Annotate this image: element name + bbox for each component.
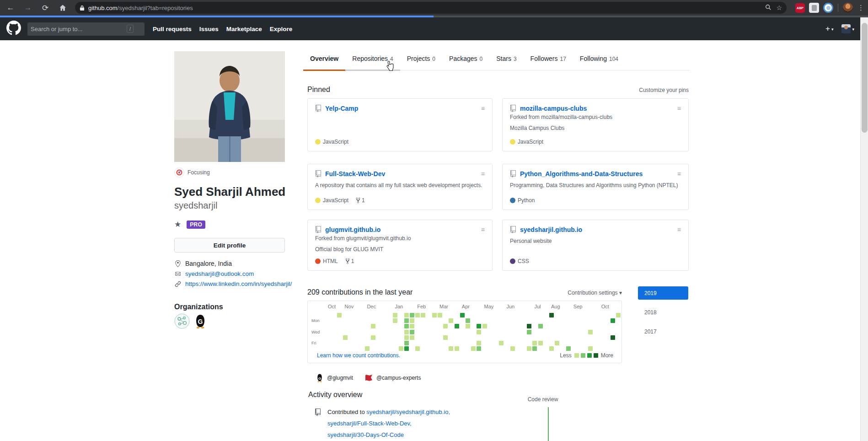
contribution-settings-dropdown[interactable]: Contribution settings ▾	[568, 290, 622, 296]
day-label-mon: Mon	[311, 318, 320, 323]
contribution-cell	[527, 346, 531, 351]
adblock-extension-icon[interactable]: ABP	[795, 3, 805, 13]
reload-button[interactable]: ⟳	[38, 1, 52, 15]
repo-icon	[510, 170, 516, 177]
profile-photo[interactable]	[174, 51, 285, 162]
mention-glugmvit[interactable]: G@glugmvit	[316, 373, 353, 382]
tab-label: Followers	[530, 55, 558, 62]
tab-followers[interactable]: Followers17	[524, 49, 573, 70]
drag-grabber-icon[interactable]: ≡	[481, 172, 485, 176]
github-header-right: + ▾ ▾	[825, 24, 854, 33]
bookmark-star-icon[interactable]: ☆	[776, 4, 782, 11]
forward-button[interactable]: →	[21, 1, 35, 15]
tab-overview[interactable]: Overview	[303, 49, 345, 70]
profile-detail-text[interactable]: syedsharjil@outlook.com	[185, 270, 254, 277]
legend-square	[574, 353, 579, 358]
repo-link[interactable]: syedsharjil.github.io	[520, 226, 582, 233]
tab-projects[interactable]: Projects0	[400, 49, 442, 70]
link-icon	[174, 281, 182, 287]
page-scrollbar[interactable]	[860, 17, 868, 441]
repo-link[interactable]: mozilla-campus-clubs	[520, 105, 587, 112]
star-icon: ★	[174, 220, 181, 229]
learn-contributions-link[interactable]: Learn how we count contributions.	[317, 352, 400, 359]
repo-link[interactable]: Yelp-Camp	[325, 105, 358, 112]
home-button[interactable]	[56, 1, 70, 15]
contribution-cell	[538, 341, 543, 345]
contributed-repo-link[interactable]: syedsharjil/syedsharjil.github.io,	[366, 409, 450, 415]
header-nav-marketplace[interactable]: Marketplace	[226, 26, 262, 32]
tab-count: 0	[480, 56, 483, 62]
profile-detail-mail[interactable]: syedsharjil@outlook.com	[174, 270, 293, 277]
repo-description: Personal website	[510, 238, 681, 244]
contribution-cell	[460, 313, 465, 317]
year-button-2019[interactable]: 2019	[638, 286, 688, 300]
contribution-cell	[499, 341, 504, 345]
github-search-box[interactable]: /	[27, 22, 145, 36]
profile-detail-link[interactable]: https://www.linkedin.com/in/syedsharjil/	[174, 280, 293, 287]
contribution-cell	[371, 335, 375, 340]
tab-packages[interactable]: Packages0	[442, 49, 489, 70]
create-new-caret-icon[interactable]: ▾	[831, 27, 834, 32]
header-nav-explore[interactable]: Explore	[270, 26, 293, 32]
contribution-cell	[393, 313, 397, 317]
edit-profile-button[interactable]: Edit profile	[174, 238, 285, 253]
header-nav-issues[interactable]: Issues	[199, 26, 219, 32]
fork-count[interactable]: 1	[345, 258, 354, 264]
scrollbar-thumb[interactable]	[862, 23, 868, 133]
user-avatar[interactable]	[841, 24, 851, 33]
org-avatar-mozilla-campus-club[interactable]	[174, 313, 190, 329]
contribution-cell	[611, 318, 615, 323]
repo-link[interactable]: glugmvit.github.io	[325, 226, 380, 233]
header-nav-pull-requests[interactable]: Pull requests	[153, 26, 192, 32]
contribution-cell	[549, 313, 554, 317]
contributed-repo-link[interactable]: syedsharjil/Full-Stack-Web-Dev,	[327, 420, 412, 427]
repo-link[interactable]: Full-Stack-Web-Dev	[325, 170, 385, 177]
profile-detail-text[interactable]: https://www.linkedin.com/in/syedsharjil/	[185, 280, 292, 287]
contributed-repo-link[interactable]: syedsharjil/30-Days-Of-Code	[327, 431, 404, 438]
drag-grabber-icon[interactable]: ≡	[677, 227, 681, 232]
contribution-cell	[532, 341, 537, 345]
profile-status[interactable]: Focusing	[174, 167, 210, 177]
contribution-cell	[466, 324, 470, 328]
gray-extension-icon[interactable]	[809, 3, 819, 13]
language-name: CSS	[518, 258, 529, 264]
address-bar[interactable]: github.com/syedsharjil?tab=repositories …	[75, 2, 787, 14]
customize-pins-link[interactable]: Customize your pins	[639, 87, 689, 93]
contribution-cell	[404, 335, 409, 340]
contribution-cell	[337, 313, 342, 317]
github-logo-icon[interactable]	[6, 21, 21, 37]
drag-grabber-icon[interactable]: ≡	[677, 172, 681, 176]
tab-following[interactable]: Following104	[573, 49, 625, 70]
browser-menu-button[interactable]: ⋮	[857, 4, 864, 12]
month-label-aug: Aug	[551, 304, 560, 309]
month-label-dec: Dec	[367, 304, 376, 309]
contribution-cell	[415, 346, 420, 351]
drag-grabber-icon[interactable]: ≡	[481, 106, 485, 111]
contribution-cell	[455, 346, 459, 351]
search-input[interactable]	[31, 26, 127, 32]
org-avatar-glugmvit[interactable]: G	[193, 313, 208, 329]
browser-profile-avatar[interactable]	[843, 3, 853, 13]
tab-stars[interactable]: Stars3	[489, 49, 523, 70]
drag-grabber-icon[interactable]: ≡	[481, 227, 485, 232]
status-text: Focusing	[188, 169, 210, 176]
language-name: JavaScript	[323, 197, 348, 204]
back-button[interactable]: ←	[4, 1, 17, 15]
pinned-card-syedsharjil.github.io: syedsharjil.github.io≡Personal websiteCS…	[502, 220, 689, 271]
year-button-2018[interactable]: 2018	[638, 306, 688, 319]
month-label-feb: Feb	[417, 304, 426, 309]
profile-name: Syed Sharjil Ahmed	[174, 185, 285, 199]
fork-count[interactable]: 1	[356, 197, 365, 204]
mention-campus-experts[interactable]: @campus-experts	[365, 375, 421, 382]
mention-label: @glugmvit	[327, 375, 353, 381]
repo-link[interactable]: Python_Algorithms-and-Data-Structures	[520, 170, 643, 177]
year-button-2017[interactable]: 2017	[638, 325, 688, 338]
blue-extension-icon[interactable]	[823, 3, 833, 13]
drag-grabber-icon[interactable]: ≡	[677, 106, 681, 111]
create-new-button[interactable]: +	[825, 24, 830, 33]
user-menu-caret-icon[interactable]: ▾	[852, 27, 854, 32]
repo-description: Mozilla Campus Clubs	[510, 125, 681, 131]
repo-icon	[510, 105, 516, 112]
zoom-page-icon[interactable]	[765, 4, 772, 12]
pro-badge: PRO	[187, 220, 205, 229]
